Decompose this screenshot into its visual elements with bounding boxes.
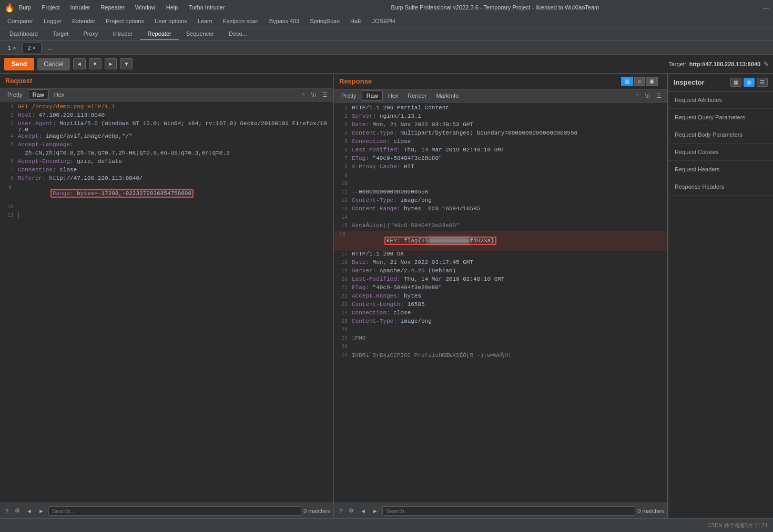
request-code-area[interactable]: 1 GET /proxy/demo.png HTTP/1.1 2 Host: 4… xyxy=(0,101,333,503)
nav-extender[interactable]: Extender xyxy=(67,16,100,26)
resp-icon-wrap[interactable]: ≡ xyxy=(633,91,641,100)
inspector-request-query-params[interactable]: Request Query Parameters xyxy=(668,109,773,126)
nav-fastjson-scan[interactable]: Fastjson scan xyxy=(218,16,264,26)
req-tab-pretty[interactable]: Pretty xyxy=(3,90,27,99)
resp-line-5: 5 Connection: close xyxy=(334,138,667,147)
nav-user-options[interactable]: User options xyxy=(149,16,192,26)
resp-tab-pretty[interactable]: Pretty xyxy=(337,91,361,100)
tab-intruder[interactable]: Intruder xyxy=(106,28,140,40)
inspector-response-headers[interactable]: Response Headers xyxy=(668,178,773,196)
resp-tab-hex[interactable]: Hex xyxy=(384,91,403,100)
nav-back-button[interactable]: ◄ xyxy=(73,58,86,69)
repeater-tab-1[interactable]: 1 × xyxy=(2,43,22,53)
resp-tab-render[interactable]: Render xyxy=(403,91,431,100)
resp-line-24: 24 Connection: close xyxy=(334,310,667,318)
response-header-bar: Response ▦ ≡ ▣ xyxy=(334,74,667,89)
repeater-tab-2[interactable]: 2 × xyxy=(22,43,42,53)
inspector-icon-list[interactable]: ▦ xyxy=(730,78,741,87)
req-line-9: 9 Range: bytes=-17208,-92233720368547586… xyxy=(0,183,333,203)
cancel-button[interactable]: Cancel xyxy=(37,58,69,70)
send-button[interactable]: Send xyxy=(4,58,34,70)
inspector-icon-menu[interactable]: ☰ xyxy=(757,78,768,87)
resp-icon-newline[interactable]: \n xyxy=(643,91,653,100)
req-tab-hex[interactable]: Hex xyxy=(50,90,69,99)
tab-decoder[interactable]: Deco... xyxy=(221,28,255,40)
request-search-matches: 0 matches xyxy=(303,508,330,514)
inspector-request-headers[interactable]: Request Headers xyxy=(668,161,773,178)
response-bottom-bar: ? ⚙ ◄ ► 0 matches xyxy=(334,503,667,518)
nav-forward-button[interactable]: ► xyxy=(105,58,117,69)
resp-tab-raw[interactable]: Raw xyxy=(362,90,383,101)
menu-help[interactable]: Help xyxy=(164,3,180,12)
req-settings-icon[interactable]: ⚙ xyxy=(13,506,22,515)
resp-tab-markinfo[interactable]: MarkInfo xyxy=(432,91,463,100)
req-icon-wrap[interactable]: ≡ xyxy=(299,90,307,99)
inspector-icon-grid[interactable]: ▣ xyxy=(744,78,755,87)
nav-hae[interactable]: HaE xyxy=(345,16,367,26)
tab-repeater[interactable]: Repeater xyxy=(140,28,178,40)
nav-springscan[interactable]: SpringScan xyxy=(304,16,345,26)
inspector-request-attributes[interactable]: Request Attributes xyxy=(668,91,773,109)
req-help-icon[interactable]: ? xyxy=(3,507,11,515)
menu-burp[interactable]: Burp xyxy=(17,3,33,12)
resp-line-20: 20 Last-Modified: Thu, 14 Mar 2019 02:48… xyxy=(334,276,667,284)
req-icon-newline[interactable]: \n xyxy=(309,90,319,99)
menu-intruder[interactable]: Intruder xyxy=(68,3,93,12)
req-tab-raw[interactable]: Raw xyxy=(28,89,49,100)
menu-window[interactable]: Window xyxy=(133,3,158,12)
target-label: Target: xyxy=(668,61,686,67)
nav-learn[interactable]: Learn xyxy=(192,16,218,26)
response-search-input[interactable] xyxy=(382,506,635,516)
inspector-panel: Inspector ▦ ▣ ☰ Request Attributes Reque… xyxy=(668,74,773,518)
repeater-tab-new[interactable]: ... xyxy=(42,43,58,53)
range-header-highlight: Range: bytes=-17208,-9223372036854758600 xyxy=(50,189,194,198)
resp-line-28: 28 xyxy=(334,343,667,352)
flag-highlight: KEY: flag{9}████████████fd923a} xyxy=(384,237,496,245)
resp-line-7: 7 ETag: "40c9-58404f3e28e80" xyxy=(334,155,667,163)
nav-logger[interactable]: Logger xyxy=(38,16,67,26)
resp-line-4: 4 Content-Type: multipart/byteranges; bo… xyxy=(334,130,667,138)
minimize-button[interactable]: — xyxy=(763,4,769,11)
req-forward-icon[interactable]: ► xyxy=(36,507,46,515)
request-search-input[interactable] xyxy=(48,506,301,516)
req-line-3: 3 User-Agent: Mozilla/5.0 (Windows NT 10… xyxy=(0,120,333,133)
resp-line-21: 21 ETag: "40c9-58404f3e28e80" xyxy=(334,284,667,293)
title-bar: 🔥 Burp Project Intruder Repeater Window … xyxy=(0,0,773,15)
tab-target[interactable]: Target xyxy=(45,28,76,40)
menu-project[interactable]: Project xyxy=(39,3,62,12)
nav-comparer[interactable]: Comparer xyxy=(2,16,38,26)
nav-bypass403[interactable]: Bypass 403 xyxy=(264,16,304,26)
nav-down-button[interactable]: ▼ xyxy=(89,58,101,69)
menu-turbo-intruder[interactable]: Turbo Intruder xyxy=(186,3,227,12)
request-bottom-bar: ? ⚙ ◄ ► 0 matches xyxy=(0,503,333,518)
resp-line-27: 27 □PNG xyxy=(334,335,667,343)
tab-sequencer[interactable]: Sequencer xyxy=(179,28,221,40)
inspector-request-cookies[interactable]: Request Cookies xyxy=(668,144,773,161)
nav-down2-button[interactable]: ▼ xyxy=(120,58,133,69)
response-code-area[interactable]: 1 HTTP/1.1 206 Partial Content 2 Server:… xyxy=(334,103,667,503)
resp-help-icon[interactable]: ? xyxy=(337,507,344,515)
resp-forward-icon[interactable]: ► xyxy=(370,507,380,515)
req-icon-menu[interactable]: ☰ xyxy=(320,90,330,99)
menu-repeater[interactable]: Repeater xyxy=(98,3,126,12)
burp-logo: 🔥 xyxy=(4,3,15,13)
nav-project-options[interactable]: Project options xyxy=(100,16,149,26)
resp-line-8: 8 X-Proxy-Cache: HIT xyxy=(334,163,667,172)
tab-dashboard[interactable]: Dashboard xyxy=(2,28,45,40)
nav-joseph[interactable]: JOSEPH xyxy=(367,16,401,26)
tab-proxy[interactable]: Proxy xyxy=(76,28,105,40)
resp-back-icon[interactable]: ◄ xyxy=(358,507,368,515)
status-text: CSDN @半程客2片 11:21 xyxy=(707,522,768,529)
resp-line-16: 16 KEY: flag{9}████████████fd923a} xyxy=(334,231,667,251)
resp-line-25: 25 Content-Type: image/png xyxy=(334,318,667,326)
inspector-request-body-params[interactable]: Request Body Parameters xyxy=(668,126,773,144)
edit-target-icon[interactable]: ✎ xyxy=(764,60,769,68)
resp-settings-icon[interactable]: ⚙ xyxy=(347,506,356,515)
view-btn-grid[interactable]: ▣ xyxy=(646,77,658,86)
resp-icon-menu[interactable]: ☰ xyxy=(654,91,664,100)
response-tabs: Pretty Raw Hex Render MarkInfo ≡ \n ☰ xyxy=(334,89,667,103)
inspector-title: Inspector xyxy=(674,78,705,86)
view-btn-split[interactable]: ▦ xyxy=(621,77,633,86)
req-back-icon[interactable]: ◄ xyxy=(24,507,34,515)
view-btn-list[interactable]: ≡ xyxy=(634,77,645,86)
